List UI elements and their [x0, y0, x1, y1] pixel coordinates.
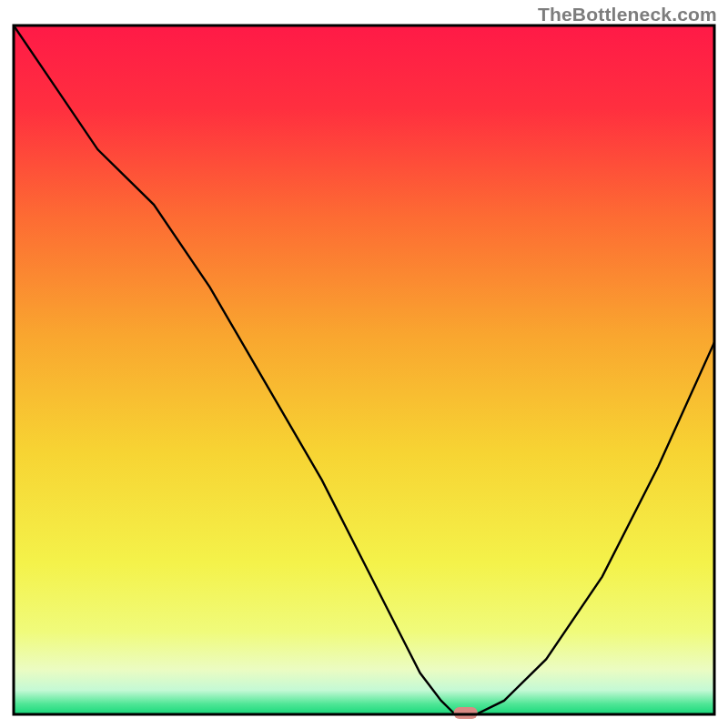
chart-stage: TheBottleneck.com — [0, 0, 728, 728]
gradient-background — [14, 25, 714, 714]
bottleneck-chart — [0, 0, 728, 728]
